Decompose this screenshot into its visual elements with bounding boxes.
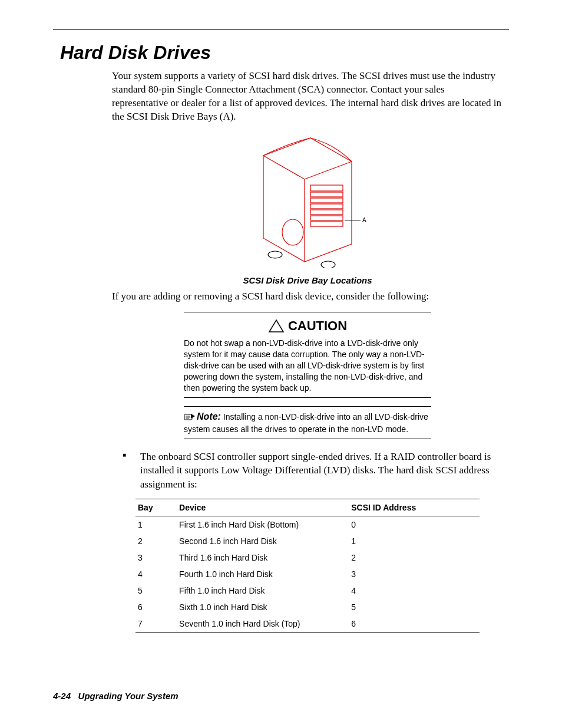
cell-bay: 6	[135, 599, 177, 615]
footer-page-number: 4-24	[53, 691, 71, 701]
caution-body: Do not hot swap a non-LVD-disk-drive int…	[184, 338, 431, 393]
table-body: 1 First 1.6 inch Hard Disk (Bottom) 0 2 …	[135, 516, 480, 633]
svg-rect-8	[310, 210, 343, 215]
svg-rect-4	[310, 185, 343, 191]
table-row: 1 First 1.6 inch Hard Disk (Bottom) 0	[135, 516, 480, 533]
table-row: 7 Seventh 1.0 inch Hard Disk (Top) 6	[135, 615, 480, 633]
after-figure-paragraph: If you are adding or removing a SCSI har…	[112, 290, 503, 304]
cell-device: Sixth 1.0 inch Hard Disk	[177, 599, 349, 615]
note-title: Note:	[197, 411, 221, 421]
svg-rect-5	[310, 192, 343, 197]
cell-scsi: 0	[349, 516, 480, 533]
note-body: Installing a non-LVD-disk-drive into an …	[184, 412, 428, 434]
cell-scsi: 1	[349, 533, 480, 549]
svg-rect-6	[310, 198, 343, 203]
table-row: 6 Sixth 1.0 inch Hard Disk 5	[135, 599, 480, 615]
svg-line-2	[305, 162, 352, 179]
svg-rect-10	[310, 222, 343, 226]
cell-bay: 2	[135, 533, 177, 549]
svg-point-12	[268, 251, 282, 258]
pencil-note-icon	[184, 413, 196, 424]
footer-section: Upgrading Your System	[78, 691, 178, 701]
cell-device: First 1.6 inch Hard Disk (Bottom)	[177, 516, 349, 533]
cell-device: Seventh 1.0 inch Hard Disk (Top)	[177, 615, 349, 633]
svg-marker-20	[191, 414, 195, 419]
cell-device: Second 1.6 inch Hard Disk	[177, 533, 349, 549]
cell-bay: 3	[135, 549, 177, 566]
svg-line-1	[263, 156, 305, 179]
cell-device: Fourth 1.0 inch Hard Disk	[177, 566, 349, 582]
th-bay: Bay	[135, 499, 177, 516]
note-callout: Note: Installing a non-LVD-disk-drive in…	[184, 406, 431, 439]
server-tower-icon: A	[240, 132, 375, 268]
cell-device: Third 1.6 inch Hard Disk	[177, 549, 349, 566]
caution-title: CAUTION	[288, 317, 347, 335]
table-row: 4 Fourth 1.0 inch Hard Disk 3	[135, 566, 480, 582]
top-rule	[53, 29, 509, 30]
page-footer: 4-24 Upgrading Your System	[53, 691, 178, 701]
cell-scsi: 3	[349, 566, 480, 582]
svg-point-13	[321, 261, 335, 268]
cell-scsi: 4	[349, 582, 480, 599]
bullet-scsi-controller: The onboard SCSI controller support sing…	[123, 450, 503, 492]
cell-scsi: 5	[349, 599, 480, 615]
figure-disk-bays: A SCSI Disk Drive Bay Locations	[112, 132, 503, 285]
page: Hard Disk Drives Your system supports a …	[0, 0, 562, 728]
bullet-list: The onboard SCSI controller support sing…	[112, 450, 503, 492]
caution-title-row: CAUTION	[184, 317, 431, 335]
cell-scsi: 6	[349, 615, 480, 633]
svg-rect-9	[310, 216, 343, 220]
svg-marker-0	[263, 138, 352, 262]
warning-triangle-icon	[268, 319, 285, 333]
cell-bay: 1	[135, 516, 177, 533]
table-row: 3 Third 1.6 inch Hard Disk 2	[135, 549, 480, 566]
section-heading: Hard Disk Drives	[60, 42, 509, 64]
table-header-row: Bay Device SCSI ID Address	[135, 499, 480, 516]
cell-scsi: 2	[349, 549, 480, 566]
table-row: 2 Second 1.6 inch Hard Disk 1	[135, 533, 480, 549]
intro-paragraph: Your system supports a variety of SCSI h…	[112, 70, 503, 124]
figure-caption: SCSI Disk Drive Bay Locations	[112, 275, 503, 285]
table-row: 5 Fifth 1.0 inch Hard Disk 4	[135, 582, 480, 599]
caution-callout: CAUTION Do not hot swap a non-LVD-disk-d…	[184, 312, 431, 398]
svg-rect-7	[310, 204, 343, 209]
cell-device: Fifth 1.0 inch Hard Disk	[177, 582, 349, 599]
th-device: Device	[177, 499, 349, 516]
th-scsi: SCSI ID Address	[349, 499, 480, 516]
body-column: Your system supports a variety of SCSI h…	[112, 70, 503, 633]
svg-marker-15	[269, 320, 283, 332]
svg-point-11	[282, 219, 303, 245]
scsi-address-table: Bay Device SCSI ID Address 1 First 1.6 i…	[135, 499, 480, 633]
figure-label-a: A	[362, 217, 366, 223]
cell-bay: 4	[135, 566, 177, 582]
cell-bay: 7	[135, 615, 177, 633]
cell-bay: 5	[135, 582, 177, 599]
